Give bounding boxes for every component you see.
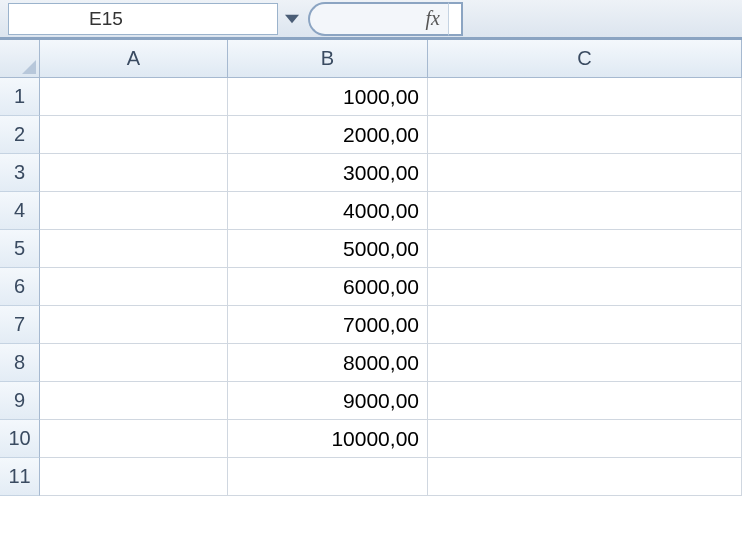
cell-B10[interactable]: 10000,00 [228,420,428,458]
cell-C8[interactable] [428,344,742,382]
cell-C6[interactable] [428,268,742,306]
row-head-1[interactable]: 1 [0,78,40,116]
row-head-10[interactable]: 10 [0,420,40,458]
row-head-6[interactable]: 6 [0,268,40,306]
cell-A5[interactable] [40,230,228,268]
cell-C7[interactable] [428,306,742,344]
row-head-9[interactable]: 9 [0,382,40,420]
row-head-8[interactable]: 8 [0,344,40,382]
cell-A6[interactable] [40,268,228,306]
col-head-C[interactable]: C [428,40,742,78]
cell-B6[interactable]: 6000,00 [228,268,428,306]
chevron-down-icon [285,12,299,26]
fx-container: fx [308,3,463,35]
col-head-A[interactable]: A [40,40,228,78]
cell-A4[interactable] [40,192,228,230]
cell-B11[interactable] [228,458,428,496]
name-box-value: E15 [89,8,123,30]
cell-C1[interactable] [428,78,742,116]
cell-A9[interactable] [40,382,228,420]
formula-input[interactable] [448,2,463,36]
cell-A10[interactable] [40,420,228,458]
select-all-corner[interactable] [0,40,40,78]
row-head-3[interactable]: 3 [0,154,40,192]
name-box[interactable]: E15 [8,3,278,35]
cell-A2[interactable] [40,116,228,154]
cell-A3[interactable] [40,154,228,192]
cell-B4[interactable]: 4000,00 [228,192,428,230]
col-head-B[interactable]: B [228,40,428,78]
cell-C2[interactable] [428,116,742,154]
svg-marker-0 [285,14,299,22]
cell-C3[interactable] [428,154,742,192]
cell-B2[interactable]: 2000,00 [228,116,428,154]
spreadsheet-grid: A B C 1 1000,00 2 2000,00 3 3000,00 4 40… [0,40,742,496]
row-head-11[interactable]: 11 [0,458,40,496]
fx-button[interactable]: fx [328,2,448,36]
cell-B7[interactable]: 7000,00 [228,306,428,344]
formula-bar: E15 fx [0,0,742,40]
cell-C9[interactable] [428,382,742,420]
cell-A7[interactable] [40,306,228,344]
cell-C11[interactable] [428,458,742,496]
cell-B8[interactable]: 8000,00 [228,344,428,382]
row-head-4[interactable]: 4 [0,192,40,230]
row-head-5[interactable]: 5 [0,230,40,268]
cell-C10[interactable] [428,420,742,458]
cell-C5[interactable] [428,230,742,268]
cell-B5[interactable]: 5000,00 [228,230,428,268]
fx-curve [308,2,328,36]
row-head-7[interactable]: 7 [0,306,40,344]
cell-A8[interactable] [40,344,228,382]
row-head-2[interactable]: 2 [0,116,40,154]
cell-B1[interactable]: 1000,00 [228,78,428,116]
cell-C4[interactable] [428,192,742,230]
cell-B9[interactable]: 9000,00 [228,382,428,420]
cell-A11[interactable] [40,458,228,496]
name-box-dropdown[interactable] [280,3,304,35]
cell-A1[interactable] [40,78,228,116]
cell-B3[interactable]: 3000,00 [228,154,428,192]
